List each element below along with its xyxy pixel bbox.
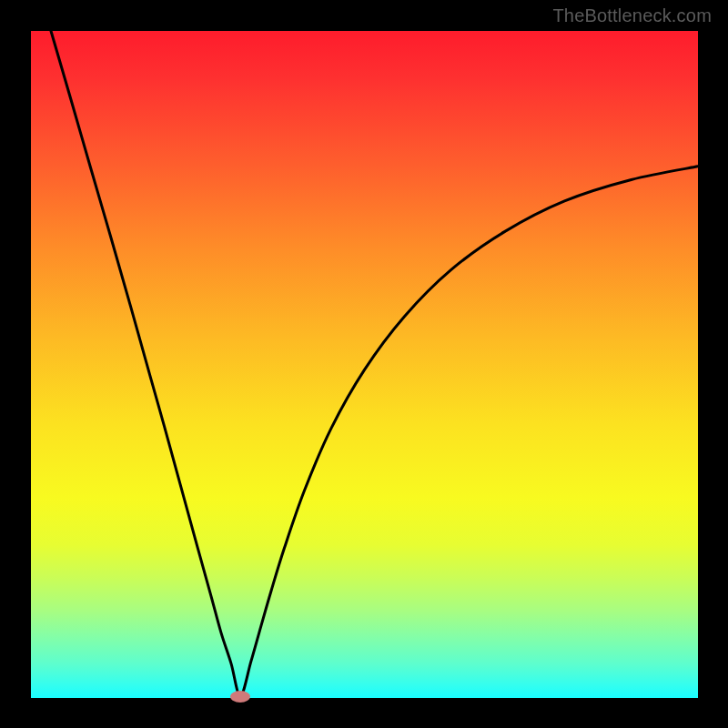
plot-area — [31, 31, 698, 698]
attribution-text: TheBottleneck.com — [552, 5, 712, 26]
chart-frame: TheBottleneck.com — [0, 0, 728, 728]
optimal-point-marker — [230, 691, 250, 703]
bottleneck-curve — [31, 31, 698, 698]
